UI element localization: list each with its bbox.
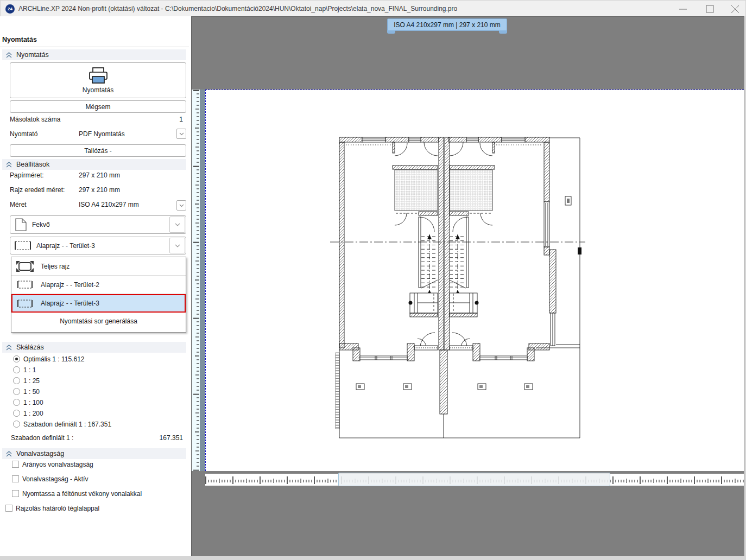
vertical-ruler — [192, 90, 200, 471]
dropdown-item-full-drawing[interactable]: Teljes rajz — [11, 257, 186, 276]
horizontal-scrollbar-thumb[interactable] — [338, 473, 610, 486]
chevron-down-icon — [179, 204, 184, 207]
maximize-button[interactable] — [701, 5, 717, 13]
print-area-icon — [17, 281, 33, 289]
dropdown-item-terulet-2[interactable]: Alaprajz - - Terület-2 — [11, 276, 186, 294]
print-panel: Nyomtatás Nyomtatás Nyomtatás Mégsem Más… — [0, 16, 189, 556]
paper-size-tooltip: ISO A4 210x297 mm | 297 x 210 mm — [387, 18, 507, 31]
print-area-icon — [17, 300, 33, 308]
browse-button[interactable]: Tallózás - — [10, 144, 186, 157]
minimize-button[interactable] — [674, 5, 690, 13]
collapse-icon — [6, 345, 12, 351]
print-button[interactable]: Nyomtatás — [10, 62, 186, 98]
collapse-icon — [6, 52, 12, 58]
custom-scale-label: Szabadon definiált 1 : — [11, 434, 73, 442]
section-header-scaling[interactable]: Skálázás — [2, 342, 186, 353]
print-area-icon — [15, 241, 31, 250]
dropdown-item-terulet-3-selected[interactable]: Alaprajz - - Terület-3 — [11, 294, 186, 313]
paper-size-label: Papírméret: — [10, 171, 44, 179]
copies-value[interactable]: 1 — [163, 116, 183, 123]
original-size-label: Rajz eredeti méret: — [10, 186, 65, 194]
app-icon: 24 — [5, 4, 15, 14]
window-bottom-edge — [0, 556, 746, 560]
close-button[interactable] — [726, 5, 742, 13]
size-dropdown-button[interactable] — [176, 200, 186, 211]
page-orientation-icon — [15, 218, 28, 232]
orientation-dropdown-button[interactable] — [169, 217, 185, 233]
collapse-icon — [6, 451, 12, 457]
view-combo[interactable]: Alaprajz - - Terület-3 — [10, 237, 186, 254]
collapse-icon — [6, 162, 12, 168]
section-header-print[interactable]: Nyomtatás — [2, 49, 186, 60]
original-size-value: 297 x 210 mm — [79, 186, 120, 194]
tooltip-nub-right — [499, 30, 507, 34]
chevron-down-icon — [175, 244, 180, 247]
section-header-settings[interactable]: Beállítások — [2, 159, 186, 170]
copies-label: Másolatok száma — [10, 116, 60, 123]
cancel-button[interactable]: Mégsem — [10, 100, 186, 113]
floor-plan-drawing — [205, 90, 744, 471]
custom-scale-value[interactable]: 167.351 — [152, 434, 183, 442]
printer-value: PDF Nyomtatás — [79, 130, 125, 138]
view-dropdown-list: Teljes rajz Alaprajz - - Terület-2 Alapr… — [11, 257, 186, 333]
size-label: Méret — [10, 201, 27, 208]
title-bar: 24 ARCHLine.XP 2024 Non-profit (oktatási… — [0, 0, 746, 16]
window-right-edge — [744, 16, 746, 556]
chevron-down-icon — [179, 132, 184, 136]
printer-label: Nyomtató — [10, 130, 37, 138]
view-dropdown-button[interactable] — [169, 238, 185, 253]
tooltip-nub-left — [387, 30, 395, 34]
full-drawing-icon — [16, 260, 34, 272]
window-title: ARCHLine.XP 2024 Non-profit (oktatási) v… — [18, 5, 457, 12]
printer-dropdown-button[interactable] — [176, 129, 186, 139]
size-value: ISO A4 210x297 mm — [79, 201, 139, 208]
section-header-lineweight[interactable]: Vonalvastagság — [2, 448, 186, 459]
vertical-scrollbar[interactable] — [200, 90, 205, 471]
orientation-combo[interactable]: Fekvő — [10, 215, 186, 234]
paper-size-value: 297 x 210 mm — [79, 171, 120, 179]
panel-title: Nyomtatás — [2, 36, 37, 43]
chevron-down-icon — [175, 223, 180, 226]
printer-icon — [87, 67, 109, 85]
generate-print-queue-button[interactable]: Nyomtatási sor generálása — [11, 313, 186, 330]
